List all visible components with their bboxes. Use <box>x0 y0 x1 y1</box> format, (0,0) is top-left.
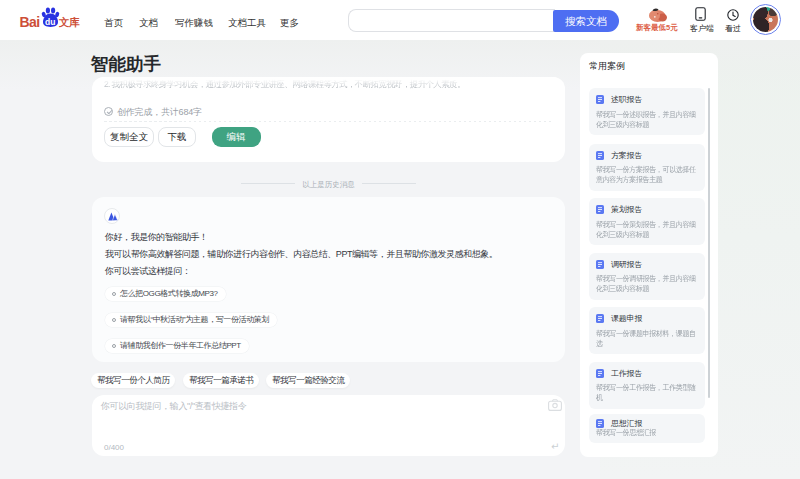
svg-text:文库: 文库 <box>59 16 81 28</box>
svg-text:du: du <box>45 17 55 27</box>
svg-text:Bai: Bai <box>20 13 40 29</box>
